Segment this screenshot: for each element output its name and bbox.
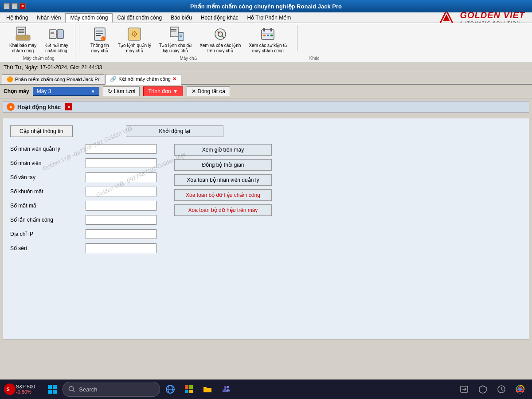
form-row-2: Số vân tay bbox=[10, 172, 156, 182]
form-input-7[interactable] bbox=[86, 243, 156, 253]
xem-su-kien-icon bbox=[260, 26, 276, 42]
btn-xoa-nhan-vien-ql[interactable]: Xóa toàn bộ nhân viên quản lý bbox=[174, 174, 272, 186]
refresh-icon: ↻ bbox=[108, 88, 112, 94]
menu-ho-tro[interactable]: Hỗ Trợ Phần Mềm bbox=[243, 14, 296, 22]
app-title: Phần mềm chấm công chuyên nghiệp Ronald … bbox=[190, 3, 342, 10]
svg-rect-35 bbox=[263, 35, 266, 36]
btn-lam-tuoi[interactable]: ↻ Làm tươi bbox=[103, 86, 140, 96]
btn-xoa-du-lieu-cham-cong[interactable]: Xóa toàn bộ dữ liệu chấm công bbox=[174, 189, 272, 201]
taskbar-teams-btn[interactable] bbox=[218, 381, 235, 398]
xem-su-kien-label: Xem các sự kiện từmáy chấm công bbox=[249, 43, 287, 54]
toolbar-buttons-1: Khai báo máychấm công Kết nối máychấm cô… bbox=[6, 25, 71, 55]
hoat-dong-icon: ● bbox=[7, 103, 15, 111]
svg-point-53 bbox=[224, 386, 227, 389]
toolbar-btn-ket-noi[interactable]: Kết nối máychấm công bbox=[41, 25, 71, 55]
svg-rect-21 bbox=[170, 27, 178, 37]
taskbar-clock-btn[interactable] bbox=[493, 381, 510, 398]
toolbar-btn-khai-bao[interactable]: Khai báo máychấm công bbox=[6, 25, 39, 55]
toolbar-btn-thong-tin[interactable]: i Thông tinmáy chủ bbox=[86, 25, 113, 55]
btn-dong-tat-ca-label: Đóng tất cả bbox=[198, 88, 225, 94]
toolbar-buttons-2: i Thông tinmáy chủ ⚙ Tạo lệnh quản lýmáy… bbox=[86, 25, 290, 55]
btn-xem-gio[interactable]: Xem giờ trên máy bbox=[174, 144, 272, 156]
toolbar-btn-xem-xoa-lenh[interactable]: Xem và xóa các lệnhtrên máy chủ bbox=[196, 25, 244, 55]
close-btn[interactable]: ✕ bbox=[20, 3, 26, 9]
hoat-dong-header: ● Hoạt động khác ✕ bbox=[3, 101, 529, 113]
hoat-dong-close-btn[interactable]: ✕ bbox=[65, 103, 72, 110]
toolbar-btn-xem-su-kien[interactable]: Xem các sự kiện từmáy chấm công bbox=[246, 25, 290, 55]
menu-he-thong[interactable]: Hệ thống bbox=[2, 14, 32, 22]
taskbar-chrome-btn[interactable] bbox=[512, 381, 528, 398]
menu-cai-dat[interactable]: Cài đặt chấm công bbox=[113, 14, 166, 22]
btn-xoa-du-lieu-may[interactable]: Xóa toàn bộ dữ hệu trên máy bbox=[174, 204, 272, 216]
svg-line-59 bbox=[501, 389, 503, 391]
controls-bar: Chọn máy Máy 3 ▼ ↻ Làm tươi Trình đơn ▼ … bbox=[0, 85, 532, 98]
taskbar-right bbox=[456, 381, 528, 398]
btn-cap-nhat[interactable]: Cập nhật thông tin bbox=[10, 125, 73, 137]
may-select-arrow: ▼ bbox=[91, 89, 95, 94]
taskbar-apps-btn[interactable] bbox=[180, 381, 197, 398]
tab-bar: 🟠 Phần mềm chấm công Ronald Jack Pr 🔗 Kế… bbox=[0, 72, 532, 85]
form-row-0: Số nhân viên quản lý bbox=[10, 144, 156, 154]
form-row-6: Địa chỉ IP bbox=[10, 229, 156, 239]
form-input-5[interactable] bbox=[86, 215, 156, 225]
form-fields: Số nhân viên quản lý Số nhân viên Số vân… bbox=[10, 144, 156, 258]
menu-nhan-vien[interactable]: Nhân viên bbox=[32, 14, 65, 22]
main-panel: Golden Việt -0977987191 Golden Việt Gold… bbox=[3, 118, 529, 340]
toolbar-btn-tao-lenh-du-lieu[interactable]: Tạo lệnh cho dữliệu máy chủ bbox=[156, 25, 195, 55]
restore-btn[interactable]: □ bbox=[12, 3, 18, 9]
toolbar-btn-tao-lenh-ql[interactable]: ⚙ Tạo lệnh quản lýmáy chủ bbox=[115, 25, 154, 55]
taskbar-search[interactable]: Search bbox=[63, 382, 160, 397]
thong-tin-label: Thông tinmáy chủ bbox=[90, 43, 109, 54]
tab-close-btn[interactable]: ✕ bbox=[172, 76, 176, 82]
form-input-3[interactable] bbox=[86, 187, 156, 196]
thong-tin-icon: i bbox=[92, 26, 108, 42]
transfer-icon bbox=[460, 385, 469, 394]
svg-rect-40 bbox=[48, 385, 52, 389]
svg-rect-52 bbox=[189, 390, 193, 393]
globe-icon bbox=[165, 384, 175, 394]
form-input-2[interactable] bbox=[86, 172, 156, 182]
form-label-2: Số vân tay bbox=[10, 174, 86, 180]
folder-icon bbox=[203, 384, 212, 394]
may-select[interactable]: Máy 3 ▼ bbox=[33, 87, 99, 96]
form-input-1[interactable] bbox=[86, 158, 156, 168]
menu-may-cham-cong[interactable]: Máy chấm công bbox=[65, 13, 113, 23]
tao-lenh-du-lieu-icon bbox=[168, 26, 184, 42]
taskbar-globe-btn[interactable] bbox=[162, 381, 179, 398]
form-input-0[interactable] bbox=[86, 144, 156, 154]
svg-rect-41 bbox=[53, 385, 57, 389]
tab-phan-mem[interactable]: 🟠 Phần mềm chấm công Ronald Jack Pr bbox=[2, 74, 104, 84]
taskbar-transfer-btn[interactable] bbox=[456, 381, 473, 398]
xem-xoa-lenh-label: Xem và xóa các lệnhtrên máy chủ bbox=[200, 43, 241, 54]
menu-bao-bieu[interactable]: Báo biểu bbox=[166, 14, 196, 22]
svg-text:S: S bbox=[7, 387, 10, 392]
taskbar-file-btn[interactable] bbox=[199, 381, 216, 398]
tab-ket-noi[interactable]: 🔗 Kết nối máy chấm công ✕ bbox=[105, 74, 181, 85]
taskbar-security-btn[interactable] bbox=[474, 381, 491, 398]
btn-trinh-don[interactable]: Trình đơn ▼ bbox=[143, 86, 183, 96]
btn-dong-tat-ca[interactable]: ✕ Đóng tất cả bbox=[187, 86, 230, 96]
svg-rect-5 bbox=[18, 31, 24, 31]
form-row-7: Số sêri bbox=[10, 243, 156, 253]
minimize-btn[interactable]: _ bbox=[4, 3, 10, 9]
title-bar: _ □ ✕ Phần mềm chấm công chuyên nghiệp R… bbox=[0, 0, 532, 12]
form-input-6[interactable] bbox=[86, 229, 156, 239]
hoat-dong-title: Hoạt động khác bbox=[17, 104, 61, 110]
btn-khoi-dong[interactable]: Khởi động lại bbox=[126, 125, 223, 137]
form-input-4[interactable] bbox=[86, 201, 156, 211]
menu-hoat-dong[interactable]: Hoạt động khác bbox=[196, 14, 243, 22]
svg-rect-32 bbox=[263, 28, 265, 31]
form-row-5: Số lần chấm công bbox=[10, 215, 156, 225]
svg-point-44 bbox=[69, 387, 74, 391]
svg-rect-37 bbox=[270, 35, 273, 36]
svg-rect-14 bbox=[96, 31, 103, 31]
btn-dong-bo[interactable]: Đồng bộ thời gian bbox=[174, 159, 272, 171]
teams-icon bbox=[221, 384, 231, 394]
start-button[interactable] bbox=[44, 381, 61, 398]
form-row-4: Số mật mã bbox=[10, 201, 156, 211]
ket-noi-label: Kết nối máychấm công bbox=[44, 43, 68, 54]
form-label-7: Số sêri bbox=[10, 245, 86, 251]
toolbar-section-khac: Khác bbox=[301, 25, 328, 61]
tab-label-1: Phần mềm chấm công Ronald Jack Pr bbox=[15, 77, 99, 82]
svg-point-27 bbox=[215, 29, 226, 39]
